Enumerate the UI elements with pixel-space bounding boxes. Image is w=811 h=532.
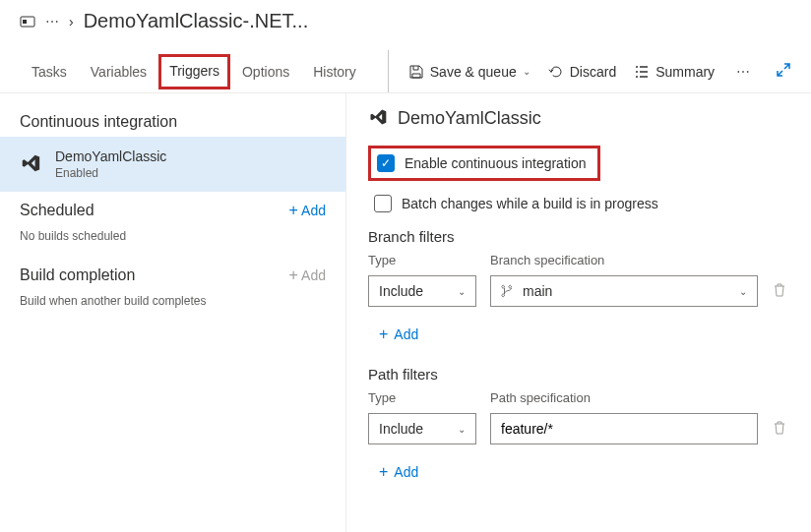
sidebar-item-ci[interactable]: DemoYamlClassic Enabled	[0, 137, 345, 192]
ci-item-name: DemoYamlClassic	[55, 148, 166, 164]
chevron-down-icon: ⌄	[458, 424, 466, 435]
path-spec-input[interactable]	[490, 413, 758, 444]
chevron-down-icon: ⌄	[458, 286, 466, 297]
more-actions[interactable]: ⋯	[736, 64, 752, 80]
branch-type-dropdown[interactable]: Include ⌄	[368, 275, 476, 307]
summary-label: Summary	[655, 64, 715, 80]
path-type-label: Type	[368, 390, 476, 405]
summary-button[interactable]: Summary	[634, 64, 715, 80]
batch-changes-row: Batch changes while a build is in progre…	[374, 195, 789, 212]
build-completion-add-button[interactable]: + Add	[289, 266, 326, 284]
ci-section-title: Continuous integration	[0, 103, 345, 137]
enable-ci-label: Enable continuous integration	[405, 155, 586, 171]
save-icon	[408, 64, 424, 80]
tabs-row: Tasks Variables Triggers Options History…	[0, 50, 811, 93]
delete-branch-filter-button[interactable]	[772, 282, 789, 301]
breadcrumb-separator: ›	[69, 14, 74, 30]
page-title: DemoYamlClassic-.NET...	[84, 10, 309, 32]
tab-triggers[interactable]: Triggers	[169, 63, 219, 79]
build-completion-title: Build completion	[20, 266, 135, 284]
list-icon	[634, 64, 650, 80]
chevron-down-icon: ⌄	[523, 66, 530, 77]
build-completion-empty: Build when another build completes	[0, 290, 345, 322]
project-icon[interactable]	[20, 14, 35, 30]
save-queue-label: Save & queue	[430, 64, 517, 80]
tab-options[interactable]: Options	[230, 54, 301, 89]
tabs: Tasks Variables Triggers Options History	[20, 54, 368, 89]
svg-rect-1	[23, 20, 27, 24]
expand-icon[interactable]	[776, 62, 791, 81]
path-spec-label: Path specification	[490, 390, 758, 405]
branch-spec-label: Branch specification	[490, 253, 758, 267]
chevron-down-icon: ⌄	[739, 286, 747, 297]
branch-filters-section: Branch filters Type Branch specification…	[368, 228, 789, 350]
scheduled-title: Scheduled	[20, 202, 94, 219]
batch-changes-label: Batch changes while a build is in progre…	[402, 196, 658, 211]
toolbar: Save & queue ⌄ Discard Summary ⋯	[388, 50, 752, 92]
batch-changes-checkbox[interactable]	[374, 195, 392, 212]
branch-type-label: Type	[368, 253, 476, 267]
delete-path-filter-button[interactable]	[772, 420, 789, 439]
sidebar: Continuous integration DemoYamlClassic E…	[0, 93, 346, 532]
path-filters-title: Path filters	[368, 366, 789, 383]
discard-button[interactable]: Discard	[548, 64, 616, 80]
ci-item-status: Enabled	[55, 166, 166, 180]
enable-ci-row: Enable continuous integration	[368, 146, 600, 181]
tab-history[interactable]: History	[301, 54, 368, 89]
branch-icon	[501, 284, 515, 298]
add-branch-filter-button[interactable]: +Add	[368, 319, 429, 350]
vs-icon	[20, 152, 41, 177]
discard-label: Discard	[570, 64, 616, 80]
scheduled-add-button[interactable]: + Add	[289, 202, 326, 219]
undo-icon	[548, 64, 564, 80]
content: DemoYamlClassic Enable continuous integr…	[346, 93, 811, 532]
tab-tasks[interactable]: Tasks	[20, 54, 79, 89]
scheduled-empty: No builds scheduled	[0, 225, 345, 257]
enable-ci-checkbox[interactable]	[377, 154, 395, 172]
breadcrumb: ⋯ › DemoYamlClassic-.NET...	[0, 0, 811, 32]
tab-variables[interactable]: Variables	[79, 54, 158, 89]
content-title: DemoYamlClassic	[398, 108, 541, 129]
branch-spec-dropdown[interactable]: main ⌄	[490, 275, 758, 307]
scheduled-section: Scheduled + Add	[0, 192, 345, 225]
vs-icon	[368, 107, 388, 130]
path-filters-section: Path filters Type Path specification Inc…	[368, 366, 789, 488]
breadcrumb-ellipsis[interactable]: ⋯	[45, 14, 59, 30]
build-completion-section: Build completion + Add	[0, 257, 345, 290]
save-queue-button[interactable]: Save & queue ⌄	[408, 64, 530, 80]
add-path-filter-button[interactable]: +Add	[368, 456, 429, 488]
branch-filters-title: Branch filters	[368, 228, 789, 245]
path-type-dropdown[interactable]: Include ⌄	[368, 413, 476, 444]
content-header: DemoYamlClassic	[368, 107, 789, 130]
main: Continuous integration DemoYamlClassic E…	[0, 93, 811, 532]
